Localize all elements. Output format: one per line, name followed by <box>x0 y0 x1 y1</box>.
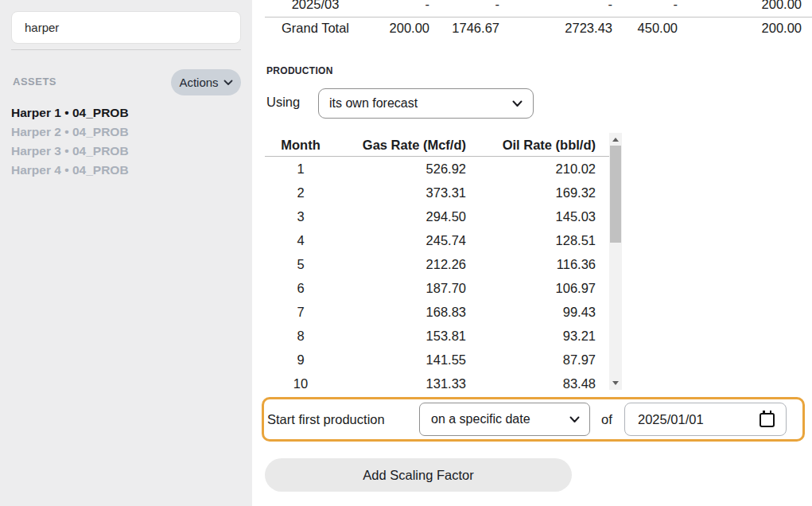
summary-row-label: Grand Total <box>265 21 366 36</box>
forecast-source-select-value: its own forecast <box>329 96 512 111</box>
add-scaling-factor-button[interactable]: Add Scaling Factor <box>265 458 572 492</box>
scroll-up-icon[interactable] <box>612 138 619 142</box>
gas-rate-cell: 245.74 <box>336 233 466 248</box>
calendar-icon[interactable] <box>760 413 775 427</box>
start-date-field[interactable]: 2025/01/01 <box>624 403 787 436</box>
gas-rate-cell: 131.33 <box>336 376 466 391</box>
month-cell: 3 <box>265 209 336 224</box>
summary-cell: - <box>499 0 612 12</box>
gas-rate-cell: 212.26 <box>336 257 466 272</box>
oil-rate-cell: 106.97 <box>466 281 596 296</box>
of-label: of <box>601 412 612 427</box>
assets-section-label: ASSETS <box>13 76 56 88</box>
summary-table-row: 2025/03 - - - - 200.00 <box>265 0 802 15</box>
production-section-title: PRODUCTION <box>266 65 333 76</box>
summary-cell: 200.00 <box>678 0 802 12</box>
gas-rate-cell: 526.92 <box>336 162 466 177</box>
sidebar: ASSETS Actions Harper 1 • 04_PROB Harper… <box>0 0 252 506</box>
search-input[interactable] <box>11 11 241 44</box>
summary-cell: 200.00 <box>678 21 802 36</box>
summary-cell: - <box>612 0 678 12</box>
chevron-down-icon <box>569 416 580 423</box>
table-row: 6 187.70 106.97 <box>265 276 622 300</box>
start-first-production-label: Start first production <box>267 412 385 427</box>
month-cell: 2 <box>265 185 336 200</box>
using-label: Using <box>266 95 300 110</box>
scrollbar-thumb[interactable] <box>610 146 621 243</box>
oil-rate-cell: 83.48 <box>466 376 596 391</box>
chevron-down-icon <box>512 100 523 107</box>
sidebar-divider <box>11 49 241 50</box>
gas-rate-cell: 294.50 <box>336 209 466 224</box>
oil-rate-cell: 87.97 <box>466 352 596 368</box>
month-cell: 6 <box>265 281 336 296</box>
chevron-down-icon <box>223 80 233 86</box>
actions-button[interactable]: Actions <box>171 69 241 95</box>
month-cell: 9 <box>265 352 336 368</box>
gas-rate-cell: 168.83 <box>336 305 466 320</box>
summary-table-grand-total-row: Grand Total 200.00 1746.67 2723.43 450.0… <box>265 18 802 39</box>
sidebar-item-asset-harper-1[interactable]: Harper 1 • 04_PROB <box>11 103 129 123</box>
oil-rate-cell: 93.21 <box>466 329 596 344</box>
table-row: 3 294.50 145.03 <box>265 204 622 228</box>
actions-button-label: Actions <box>179 76 218 89</box>
oil-rate-cell: 145.03 <box>466 209 596 224</box>
gas-rate-cell: 187.70 <box>336 281 466 296</box>
gas-rate-cell: 373.31 <box>336 185 466 200</box>
table-row: 9 141.55 87.97 <box>265 348 622 372</box>
column-header-gas-rate: Gas Rate (Mcf/d) <box>336 138 466 153</box>
production-table-header: Month Gas Rate (Mcf/d) Oil Rate (bbl/d) <box>265 133 622 157</box>
start-mode-select[interactable]: on a specific date <box>419 403 590 436</box>
oil-rate-cell: 210.02 <box>466 162 596 177</box>
table-row: 2 373.31 169.32 <box>265 181 622 204</box>
table-scrollbar[interactable] <box>609 133 622 390</box>
table-row: 8 153.81 93.21 <box>265 324 622 348</box>
table-row: 10 131.33 83.48 <box>265 372 622 390</box>
sidebar-item-asset-harper-4[interactable]: Harper 4 • 04_PROB <box>11 161 129 180</box>
table-row: 7 168.83 99.43 <box>265 300 622 324</box>
production-forecast-table: Month Gas Rate (Mcf/d) Oil Rate (bbl/d) … <box>265 133 622 390</box>
summary-cell: - <box>429 0 499 12</box>
oil-rate-cell: 116.36 <box>466 257 596 272</box>
summary-cell: 2723.43 <box>499 21 612 36</box>
start-mode-select-value: on a specific date <box>431 412 569 426</box>
gas-rate-cell: 153.81 <box>336 329 466 344</box>
summary-cell: - <box>366 0 429 12</box>
month-cell: 7 <box>265 305 336 320</box>
forecast-source-select[interactable]: its own forecast <box>318 88 534 119</box>
start-date-value: 2025/01/01 <box>638 412 760 427</box>
gas-rate-cell: 141.55 <box>336 352 466 368</box>
table-row: 5 212.26 116.36 <box>265 252 622 276</box>
summary-cell: 450.00 <box>612 21 678 36</box>
column-header-month: Month <box>265 138 336 153</box>
oil-rate-cell: 99.43 <box>466 305 596 320</box>
summary-cell: 1746.67 <box>429 21 499 36</box>
scroll-down-icon[interactable] <box>612 381 619 385</box>
app-window: ASSETS Actions Harper 1 • 04_PROB Harper… <box>0 0 812 506</box>
table-row: 1 526.92 210.02 <box>265 157 622 181</box>
sidebar-item-asset-harper-2[interactable]: Harper 2 • 04_PROB <box>11 123 129 142</box>
month-cell: 5 <box>265 257 336 272</box>
oil-rate-cell: 169.32 <box>466 185 596 200</box>
month-cell: 8 <box>265 329 336 344</box>
sidebar-item-asset-harper-3[interactable]: Harper 3 • 04_PROB <box>11 142 129 161</box>
summary-row-label: 2025/03 <box>265 0 366 12</box>
month-cell: 4 <box>265 233 336 248</box>
month-cell: 10 <box>265 376 336 391</box>
month-cell: 1 <box>265 162 336 177</box>
table-row: 4 245.74 128.51 <box>265 228 622 252</box>
oil-rate-cell: 128.51 <box>466 233 596 248</box>
summary-cell: 200.00 <box>366 21 429 36</box>
column-header-oil-rate: Oil Rate (bbl/d) <box>466 138 596 153</box>
